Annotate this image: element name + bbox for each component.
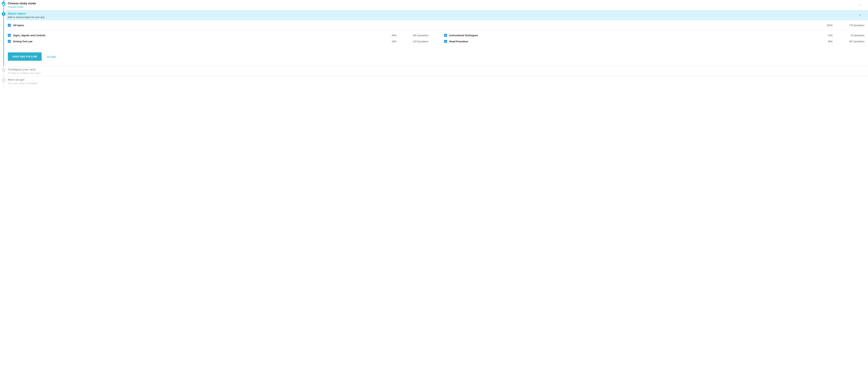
step4-subtitle: Your quiz setup is complete [8,82,865,85]
checkbox-all-topics[interactable] [8,24,11,27]
step2-badge: 2 [2,12,5,16]
topic-pct: 34% [384,34,397,37]
step1-title: Choose study mode [8,2,859,5]
topics-grid: All topics 100% 779 Questions Signs, Sig… [8,24,865,43]
step-configure-quiz[interactable]: 3 Configure your quiz It's time to confi… [0,66,868,76]
topic-pct: 39% [820,40,833,43]
step2-subtitle: Add or remove topics for your quiz [8,16,859,19]
actions-row: SAVE AND FOLLOW Go back [8,53,865,61]
step2-title: Select topics [8,12,859,15]
step2-header[interactable]: Select topics Add or remove topics for y… [6,10,868,20]
save-and-follow-button[interactable]: SAVE AND FOLLOW [8,53,42,61]
topic-question-count: 779 Questions [842,24,865,27]
chevron-right-icon[interactable] [859,13,865,17]
topics-body: All topics 100% 779 Questions Signs, Sig… [8,20,868,66]
step-here-we-go[interactable]: 4 Here we go! Your quiz setup is complet… [0,76,868,86]
topic-name: Driving Test Law [13,40,382,43]
step4-title: Here we go! [8,78,865,82]
topic-question-count: 79 Questions [842,34,865,37]
topic-pct: 100% [820,24,833,27]
topic-pct: 16% [384,40,397,43]
topic-question-count: 307 Questions [842,40,865,43]
step-select-topics: 2 Select topics Add or remove topics for… [0,10,868,66]
chevron-down-icon[interactable] [859,3,865,7]
topic-row-law: Driving Test Law 16% 128 Questions [8,40,429,43]
check-icon [8,34,10,36]
topic-row-all: All topics 100% 779 Questions [8,24,865,30]
check-icon [444,34,446,36]
topic-name: Signs, Signals and Controls [13,34,382,37]
checkbox-signs[interactable] [8,34,11,37]
step3-badge: 3 [2,68,5,72]
step-choose-mode[interactable]: Choose study mode Practice mode [0,0,868,10]
step1-badge [2,2,5,5]
check-icon [8,24,10,26]
step3-subtitle: It's time to configure your quiz! [8,72,865,74]
checkbox-instructional[interactable] [444,34,447,37]
topic-question-count: 128 Questions [406,40,429,43]
topic-row-instructional: Instructional Techniques 10% 79 Question… [444,34,865,37]
topic-row-road: Road Procedure 39% 307 Questions [444,40,865,43]
check-icon [2,2,5,5]
topic-row-signs: Signs, Signals and Controls 34% 265 Ques… [8,34,429,37]
topic-name: Road Procedure [450,40,818,43]
topic-name: Instructional Techniques [450,34,818,37]
check-icon [8,40,10,42]
checkbox-road[interactable] [444,40,447,43]
quiz-setup-stepper: Choose study mode Practice mode 2 Select… [0,0,868,86]
topic-question-count: 265 Questions [406,34,429,37]
topic-name: All topics [13,24,818,27]
step1-subtitle: Practice mode [8,5,859,8]
topic-pct: 10% [820,34,833,37]
go-back-link[interactable]: Go back [47,55,56,58]
check-icon [444,40,446,42]
checkbox-law[interactable] [8,40,11,43]
step4-badge: 4 [2,78,5,82]
step3-title: Configure your quiz [8,68,865,71]
